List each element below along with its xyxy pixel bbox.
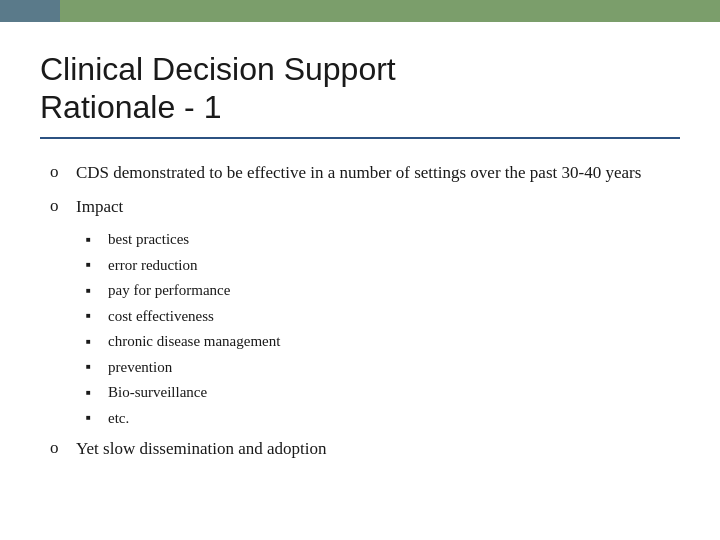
sub-bullet-pay-for-performance: pay for performance <box>86 279 680 302</box>
sub-bullet-marker <box>86 332 102 348</box>
content-area: Clinical Decision Support Rationale - 1 … <box>0 22 720 491</box>
bullet-item-3: o Yet slow dissemination and adoption <box>50 437 680 461</box>
sub-bullet-text: pay for performance <box>108 279 230 302</box>
sub-bullet-section: best practices error reduction pay for p… <box>50 228 680 429</box>
sub-bullet-marker <box>86 256 102 272</box>
bullet-text-2: Impact <box>76 195 680 219</box>
bullet-text-1: CDS demonstrated to be effective in a nu… <box>76 161 680 185</box>
sub-bullet-text: cost effectiveness <box>108 305 214 328</box>
sub-bullet-bio-surveillance: Bio-surveillance <box>86 381 680 404</box>
sub-bullet-chronic-disease: chronic disease management <box>86 330 680 353</box>
top-bar-accent <box>0 0 60 22</box>
slide: Clinical Decision Support Rationale - 1 … <box>0 0 720 540</box>
sub-bullet-prevention: prevention <box>86 356 680 379</box>
sub-bullet-marker <box>86 307 102 323</box>
sub-bullet-text: etc. <box>108 407 129 430</box>
sub-bullet-text: error reduction <box>108 254 198 277</box>
sub-bullet-best-practices: best practices <box>86 228 680 251</box>
title-divider <box>40 137 680 139</box>
sub-bullet-text: chronic disease management <box>108 330 280 353</box>
sub-bullet-error-reduction: error reduction <box>86 254 680 277</box>
sub-bullet-marker <box>86 409 102 425</box>
bullet-marker-2: o <box>50 196 70 216</box>
sub-bullet-marker <box>86 383 102 399</box>
slide-title: Clinical Decision Support Rationale - 1 <box>40 50 680 127</box>
sub-bullet-text: best practices <box>108 228 189 251</box>
sub-bullet-cost-effectiveness: cost effectiveness <box>86 305 680 328</box>
bullet-item-2: o Impact <box>50 195 680 219</box>
sub-bullet-marker <box>86 358 102 374</box>
bullet-item-1: o CDS demonstrated to be effective in a … <box>50 161 680 185</box>
sub-bullet-text: Bio-surveillance <box>108 381 207 404</box>
bullet-marker-3: o <box>50 438 70 458</box>
sub-bullet-etc: etc. <box>86 407 680 430</box>
top-bar <box>0 0 720 22</box>
sub-bullet-marker <box>86 230 102 246</box>
bullet-marker-1: o <box>50 162 70 182</box>
sub-bullet-marker <box>86 281 102 297</box>
bullet-text-3: Yet slow dissemination and adoption <box>76 437 680 461</box>
sub-bullet-text: prevention <box>108 356 172 379</box>
bullet-section: o CDS demonstrated to be effective in a … <box>40 161 680 461</box>
